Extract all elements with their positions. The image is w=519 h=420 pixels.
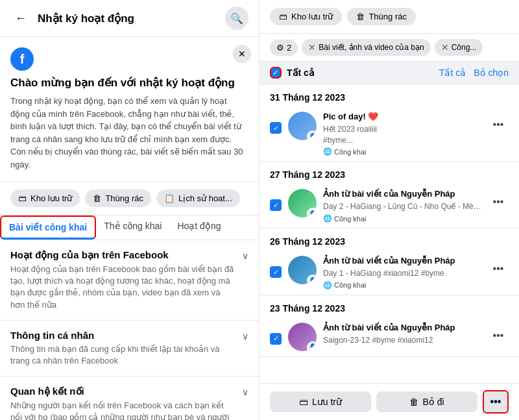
collapsible-thong-tin[interactable]: Thông tin cá nhân Thông tin mà bạn đã cu… bbox=[0, 321, 259, 377]
select-all-bar: ✓ Tất cả Tất cả Bỏ chọn bbox=[260, 62, 519, 84]
section-tabs: Bài viết công khai Thẻ công khai Hoạt độ… bbox=[0, 216, 259, 240]
post-checkbox-4[interactable]: ✓ bbox=[270, 333, 282, 345]
welcome-description: Trong nhật ký hoạt động, bạn có thể xem … bbox=[10, 95, 248, 171]
post-content-3: Ảnh từ bài viết của Nguyễn Pháp Day 1 - … bbox=[323, 256, 481, 290]
chip-x-icon: ✕ bbox=[308, 42, 316, 53]
user-icon-1: 👤 bbox=[307, 130, 317, 140]
history-label: Lịch sử hoat... bbox=[178, 193, 232, 203]
collapsible-list: Hoạt động của bạn trên Facebook Hoạt độn… bbox=[0, 240, 259, 420]
post-avatar-1: 👤 bbox=[288, 112, 317, 140]
select-all-checkbox[interactable]: ✓ bbox=[270, 67, 282, 79]
filter-chip-posts[interactable]: ✕ Bài viết, ảnh và video của bạn bbox=[302, 39, 430, 56]
post-content-4: Ảnh từ bài viết của Nguyễn Pháp Saigon-2… bbox=[323, 323, 481, 348]
post-status-1: 🌐 Công khai bbox=[323, 147, 481, 156]
user-icon-3: 👤 bbox=[307, 275, 317, 284]
tab-the-cong-khai[interactable]: Thẻ công khai bbox=[96, 216, 169, 240]
right-header: 🗃 Kho lưu trữ 🗑 Thùng rác bbox=[260, 0, 519, 34]
post-content-1: Pic of day! ❤️ Hết 2023 roaiiiii#byme...… bbox=[323, 112, 481, 156]
post-subtitle-1: Hết 2023 roaiiiii#byme... bbox=[323, 124, 481, 146]
post-menu-btn-4[interactable]: ••• bbox=[488, 325, 509, 346]
post-item-3: ✓ 👤 Ảnh từ bài viết của Nguyễn Pháp Day … bbox=[260, 251, 519, 295]
chip-posts-label: Bài viết, ảnh và video của bạn bbox=[319, 43, 424, 52]
user-icon-2: 👤 bbox=[307, 208, 317, 217]
post-content-2: Ảnh từ bài viết của Nguyễn Pháp Day 2 - … bbox=[323, 189, 481, 223]
collapsible-desc-2: Thông tin mà bạn đã cung cấp khi thiết l… bbox=[10, 343, 237, 367]
more-icon: ••• bbox=[490, 396, 501, 408]
search-button[interactable]: 🔍 bbox=[225, 6, 248, 30]
post-item-2: ✓ 👤 Ảnh từ bài viết của Nguyễn Pháp Day … bbox=[260, 184, 519, 229]
select-all-label: Tất cả bbox=[287, 68, 315, 78]
post-item-1: ✓ 👤 Pic of day! ❤️ Hết 2023 roaiiiii#bym… bbox=[260, 106, 519, 162]
post-title-2: Ảnh từ bài viết của Nguyễn Pháp bbox=[323, 189, 481, 200]
history-nav-button[interactable]: 📋 Lịch sử hoat... bbox=[156, 190, 240, 207]
delete-label: Bỏ đi bbox=[422, 397, 444, 407]
post-checkbox-2[interactable]: ✓ bbox=[270, 199, 282, 211]
more-options-button[interactable]: ••• bbox=[483, 390, 509, 414]
filter-chip-cong[interactable]: ✕ Công... bbox=[435, 39, 483, 56]
post-subtitle-2: Day 2 - HaGiang - Lũng Cú - Nho Quế - Mè… bbox=[323, 201, 481, 212]
post-avatar-3: 👤 bbox=[288, 256, 317, 284]
fb-logo: f bbox=[10, 47, 34, 71]
collapsible-desc-3: Những người bạn kết nối trên Facebook và… bbox=[10, 400, 237, 420]
tab-bai-viet-cong-khai[interactable]: Bài viết công khai bbox=[0, 216, 96, 240]
post-title-4: Ảnh từ bài viết của Nguyễn Pháp bbox=[323, 323, 481, 334]
post-subtitle-4: Saigon-23-12 #byme #xiaomi12 bbox=[323, 335, 481, 346]
date-header-4: 23 Tháng 12 2023 bbox=[260, 295, 519, 317]
trash-icon-right: 🗑 bbox=[356, 12, 365, 21]
archive-icon-right: 🗃 bbox=[279, 12, 287, 21]
tab-hoat-dong[interactable]: Hoạt động bbox=[169, 216, 228, 240]
date-header-2: 27 Tháng 12 2023 bbox=[260, 162, 519, 184]
posts-list: 31 Tháng 12 2023 ✓ 👤 Pic of day! ❤️ Hết … bbox=[260, 84, 519, 420]
page-title: Nhật ký hoạt động bbox=[38, 12, 219, 25]
trash-right-button[interactable]: 🗑 Thùng rác bbox=[347, 8, 416, 25]
archive-icon: 🗃 bbox=[18, 193, 27, 203]
trash-nav-button[interactable]: 🗑 Thùng rác bbox=[85, 190, 151, 207]
archive-right-label: Kho lưu trữ bbox=[291, 12, 333, 21]
close-icon: ✕ bbox=[238, 49, 246, 59]
save-icon: 🗃 bbox=[299, 397, 308, 407]
date-header-1: 31 Tháng 12 2023 bbox=[260, 84, 519, 106]
archive-right-button[interactable]: 🗃 Kho lưu trữ bbox=[270, 8, 342, 25]
globe-icon: 🌐 bbox=[323, 147, 332, 156]
post-menu-btn-3[interactable]: ••• bbox=[488, 258, 509, 279]
archive-nav-button[interactable]: 🗃 Kho lưu trữ bbox=[10, 190, 80, 207]
post-menu-btn-2[interactable]: ••• bbox=[488, 191, 509, 212]
close-button[interactable]: ✕ bbox=[233, 45, 251, 63]
collapsible-title-3: Quan hệ kết nối bbox=[10, 386, 237, 397]
filter-icon: ⚙ bbox=[276, 43, 284, 53]
history-icon: 📋 bbox=[164, 193, 175, 203]
trash-icon: 🗑 bbox=[93, 193, 101, 203]
post-title-1: Pic of day! ❤️ bbox=[323, 112, 481, 123]
archive-label: Kho lưu trữ bbox=[30, 193, 72, 203]
post-avatar-2: 👤 bbox=[288, 189, 317, 217]
post-status-3: 🌐 Công khai bbox=[323, 281, 481, 290]
post-avatar-4: 👤 bbox=[288, 323, 317, 351]
globe-icon-3: 🌐 bbox=[323, 281, 332, 290]
collapsible-quan-he[interactable]: Quan hệ kết nối Những người bạn kết nối … bbox=[0, 377, 259, 420]
post-status-2: 🌐 Công khai bbox=[323, 214, 481, 223]
post-checkbox-3[interactable]: ✓ bbox=[270, 266, 282, 278]
post-menu-btn-1[interactable]: ••• bbox=[488, 114, 509, 135]
welcome-title: Chào mừng bạn đến với nhật ký hoạt động bbox=[10, 76, 248, 90]
post-checkbox-1[interactable]: ✓ bbox=[270, 122, 282, 134]
deselect-button[interactable]: Bỏ chọn bbox=[474, 68, 509, 78]
right-panel: 🗃 Kho lưu trữ 🗑 Thùng rác ⚙ 2 ✕ Bài viết… bbox=[260, 0, 519, 420]
back-button[interactable]: ← bbox=[10, 8, 31, 29]
filter-count-badge[interactable]: ⚙ 2 bbox=[270, 40, 298, 56]
collapsible-hoat-dong[interactable]: Hoạt động của bạn trên Facebook Hoạt độn… bbox=[0, 240, 259, 321]
chevron-icon-3: ∨ bbox=[242, 387, 248, 397]
save-button[interactable]: 🗃 Lưu trữ bbox=[270, 391, 371, 412]
chip-x-icon-2: ✕ bbox=[441, 42, 449, 53]
chip-cong-label: Công... bbox=[452, 43, 477, 52]
delete-button[interactable]: 🗑 Bỏ đi bbox=[376, 391, 477, 412]
left-panel: ← Nhật ký hoạt động 🔍 ✕ f Chào mừng bạn … bbox=[0, 0, 260, 420]
user-icon-4: 👤 bbox=[307, 341, 317, 351]
left-header: ← Nhật ký hoạt động 🔍 bbox=[0, 0, 259, 37]
all-button[interactable]: Tất cả bbox=[439, 68, 466, 78]
chevron-icon-2: ∨ bbox=[242, 331, 248, 341]
collapsible-title-2: Thông tin cá nhân bbox=[10, 330, 237, 341]
trash-label: Thùng rác bbox=[105, 193, 143, 203]
trash-right-label: Thùng rác bbox=[368, 12, 407, 21]
post-subtitle-3: Day 1 - HaGiang #xiaomi12 #byme bbox=[323, 268, 481, 279]
filter-bar: ⚙ 2 ✕ Bài viết, ảnh và video của bạn ✕ C… bbox=[260, 34, 519, 62]
